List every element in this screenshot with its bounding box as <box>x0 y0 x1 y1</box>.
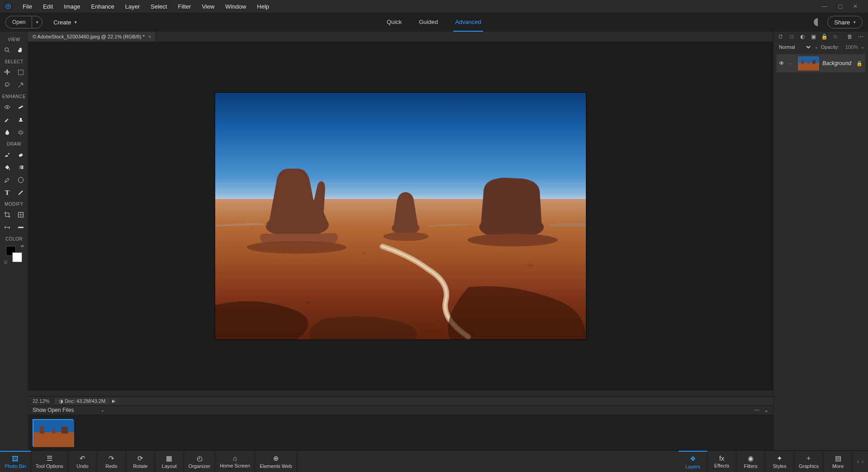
layer-row[interactable]: 👁 ⎆ Background 🔒 <box>776 54 865 72</box>
bb-filters[interactable]: ◉Filters <box>736 451 765 472</box>
straighten-tool[interactable] <box>16 222 26 232</box>
bb-photo-bin[interactable]: 🖼 Photo Bin <box>0 451 31 472</box>
open-button[interactable]: Open ▾ <box>5 16 42 28</box>
panel-menu-icon[interactable]: ⋯ <box>857 33 864 40</box>
menu-layer[interactable]: Layer <box>120 0 146 13</box>
mask-icon[interactable]: ▣ <box>810 33 817 40</box>
status-bar: 22.12% ◑ Doc: 43.2M/43.2M ▶ <box>28 397 773 405</box>
link-layers-icon[interactable]: ⧉ <box>831 33 839 40</box>
bb-tool-options[interactable]: ☰ Tool Options <box>31 451 68 472</box>
svg-point-6 <box>22 83 23 83</box>
close-tab-icon[interactable]: × <box>148 34 151 39</box>
zoom-value[interactable]: 22.12% <box>28 398 54 404</box>
move-tool[interactable] <box>2 67 12 77</box>
new-group-icon[interactable]: ⊟ <box>788 33 795 40</box>
brush-tool[interactable] <box>2 150 12 160</box>
menu-window[interactable]: Window <box>220 0 251 13</box>
svg-rect-15 <box>19 153 23 157</box>
bb-elements-web[interactable]: ⊕Elements Web <box>255 451 297 472</box>
bb-rotate[interactable]: ⟳Rotate <box>126 451 155 472</box>
menu-enhance[interactable]: Enhance <box>86 0 120 13</box>
bb-organizer[interactable]: ◴Organizer <box>184 451 215 472</box>
bb-effects[interactable]: fxEffects <box>708 451 736 472</box>
horizontal-scrollbar[interactable] <box>28 391 773 397</box>
eraser-tool[interactable] <box>16 150 26 160</box>
bb-styles[interactable]: ✦Styles <box>765 451 794 472</box>
status-arrow-icon[interactable]: ▶ <box>110 399 117 403</box>
bb-undo[interactable]: ↶Undo <box>68 451 97 472</box>
photobin-thumbnail[interactable] <box>33 419 73 446</box>
menu-select[interactable]: Select <box>145 0 172 13</box>
create-button[interactable]: Create ▾ <box>53 19 77 26</box>
swap-colors-icon[interactable]: ⇄ <box>21 244 24 248</box>
crop-tool[interactable] <box>2 210 12 220</box>
tab-advanced[interactable]: Advanced <box>453 13 483 32</box>
bb-layers[interactable]: ❖Layers <box>679 451 708 472</box>
smart-brush-tool[interactable] <box>2 115 12 125</box>
window-minimize-icon[interactable]: — <box>819 2 830 11</box>
shape-tool[interactable] <box>16 175 26 185</box>
new-layer-icon[interactable]: 🗋 <box>777 33 784 40</box>
layer-link-icon[interactable]: ⎆ <box>789 61 794 66</box>
spot-heal-tool[interactable] <box>16 102 26 112</box>
window-maximize-icon[interactable]: ▢ <box>835 2 845 11</box>
window-close-icon[interactable]: ✕ <box>850 2 861 11</box>
paint-bucket-tool[interactable] <box>2 162 12 172</box>
magic-wand-tool[interactable] <box>16 80 26 90</box>
bb-more[interactable]: ▤More <box>824 451 853 472</box>
menu-image[interactable]: Image <box>58 0 85 13</box>
svg-rect-10 <box>19 120 23 122</box>
share-button[interactable]: Share ▾ <box>827 16 863 28</box>
zoom-tool[interactable] <box>2 45 12 55</box>
sponge-tool[interactable] <box>16 127 26 137</box>
recompose-tool[interactable] <box>16 210 26 220</box>
color-picker-tool[interactable] <box>2 175 12 185</box>
menu-view[interactable]: View <box>196 0 220 13</box>
color-swatches[interactable]: ⇄ ◱ <box>6 246 22 262</box>
menu-help[interactable]: Help <box>252 0 275 13</box>
delete-layer-icon[interactable]: 🗑 <box>846 33 854 40</box>
background-color-swatch[interactable] <box>12 252 22 262</box>
menu-file[interactable]: File <box>17 0 38 13</box>
tab-guided[interactable]: Guided <box>417 13 440 32</box>
layer-name[interactable]: Background <box>822 60 853 66</box>
doc-info[interactable]: ◑ Doc: 43.2M/43.2M <box>54 398 110 404</box>
layer-thumbnail[interactable] <box>798 57 819 70</box>
photobin-collapse-icon[interactable]: ⌄ <box>764 407 769 413</box>
menu-edit[interactable]: Edit <box>38 0 58 13</box>
content-aware-move-tool[interactable] <box>2 222 12 232</box>
bb-layout[interactable]: ▦Layout <box>155 451 184 472</box>
adjustment-layer-icon[interactable]: ◐ <box>799 33 806 40</box>
app-logo <box>4 2 13 11</box>
open-dropdown-icon[interactable]: ▾ <box>32 16 42 28</box>
clone-stamp-tool[interactable] <box>16 115 26 125</box>
chevron-down-icon[interactable]: ⌄ <box>861 45 864 49</box>
bb-graphics[interactable]: ＋Graphics <box>794 451 824 472</box>
photobin-menu-icon[interactable]: ⋯ <box>754 407 760 413</box>
menu-filter[interactable]: Filter <box>173 0 197 13</box>
type-tool[interactable]: T <box>2 188 12 198</box>
bottombar-next-icon[interactable]: › <box>862 458 863 465</box>
photobin-dropdown[interactable]: Show Open Files <box>33 407 74 413</box>
lock-icon[interactable]: 🔒 <box>821 33 828 40</box>
layer-visibility-icon[interactable]: 👁 <box>779 60 785 66</box>
document-tab[interactable]: © AdobeStock_52003460.jpeg @ 22.1% (RGB/… <box>28 32 156 42</box>
red-eye-tool[interactable] <box>2 102 12 112</box>
opacity-value[interactable]: 100% <box>842 44 858 50</box>
canvas-viewport[interactable] <box>28 42 773 391</box>
bb-redo[interactable]: ↷Redo <box>97 451 126 472</box>
contrast-toggle-icon[interactable] <box>814 18 822 26</box>
chevron-down-icon[interactable]: ⌄ <box>101 408 104 412</box>
layer-lock-icon[interactable]: 🔒 <box>856 61 863 66</box>
blend-mode-select[interactable]: Normal <box>777 44 812 50</box>
bottombar-prev-icon[interactable]: ‹ <box>857 458 859 465</box>
lasso-tool[interactable] <box>2 80 12 90</box>
marquee-tool[interactable] <box>16 67 26 77</box>
tab-quick[interactable]: Quick <box>385 13 404 32</box>
blur-tool[interactable] <box>2 127 12 137</box>
pencil-tool[interactable] <box>16 188 26 198</box>
hand-tool[interactable] <box>16 45 26 55</box>
reset-colors-icon[interactable]: ◱ <box>4 260 8 264</box>
gradient-tool[interactable] <box>16 162 26 172</box>
bb-home-screen[interactable]: ⌂Home Screen <box>215 451 255 472</box>
